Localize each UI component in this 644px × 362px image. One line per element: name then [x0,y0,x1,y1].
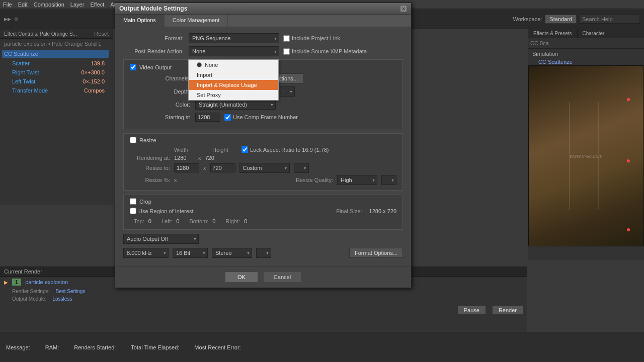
crop-left-value: 0 [176,218,179,224]
crop-right-value: 0 [244,218,247,224]
resize-section: Resize Width Height Lock Aspect Ratio to… [123,133,403,191]
include-source-xmp-checkbox[interactable] [283,48,290,55]
use-comp-frame-checkbox[interactable] [224,114,231,121]
crop-bottom-value: 0 [212,218,215,224]
renders-started-label: Renders Started: [74,344,116,350]
tab-character[interactable]: Character [578,29,610,38]
format-control: PNG Sequence Include Project Link [189,33,403,43]
render-btn[interactable]: Render [492,306,523,315]
audio-bit-depth-select[interactable]: 16 Bit [173,248,208,258]
resize-to-label: Resize to: [130,165,170,171]
final-size-label: Final Size: [336,208,362,214]
dialog-title-bar: Output Module Settings ✕ [115,3,411,15]
post-render-row: Post-Render Action: None Include Source … [123,46,403,56]
tab-color-management[interactable]: Color Management [165,15,228,27]
menu-edit[interactable]: Edit [18,2,28,8]
use-comp-frame-label[interactable]: Use Comp Frame Number [224,114,298,121]
include-project-link-label[interactable]: Include Project Link [283,35,340,42]
height-header: Height [212,147,237,153]
resize-x-sep: x [203,165,206,171]
audio-channels-wrapper: Stereo [212,248,252,258]
ram-label: RAM: [45,344,59,350]
crop-label: Crop [139,199,151,205]
menu-file[interactable]: File [3,2,12,8]
rendering-x-sep: x [198,155,201,161]
tab-main-options[interactable]: Main Options [115,15,165,27]
lock-aspect-label[interactable]: Lock Aspect Ratio to 16:9 (1.78) [242,146,329,153]
render-settings-value[interactable]: Best Settings [56,289,86,294]
dialog-footer: OK Cancel [115,266,411,288]
crop-left: Left: 0 [162,218,180,224]
lock-aspect-checkbox[interactable] [242,146,248,153]
crop-top: Top: 0 [134,218,151,224]
audio-channels-select[interactable]: Stereo [212,248,252,258]
color-select[interactable]: Straight (Unmatted) [195,100,276,110]
recent-error-label: Most Recent Error: [194,344,240,350]
workspace-value[interactable]: Standard [545,15,577,24]
crop-options-row: Use Region of Interest Final Size: 1280 … [130,208,396,214]
dropdown-item-import[interactable]: Import [189,70,278,80]
menu-effect[interactable]: Effect [90,2,104,8]
tab-effects-presets[interactable]: Effects & Presets [528,29,578,38]
crop-top-value: 0 [148,218,151,224]
resize-custom-select-wrapper: Custom [239,163,290,173]
dialog-title: Output Module Settings [119,5,187,12]
depth-label: Depth: [130,88,195,95]
resize-custom2-select[interactable]: ▼ [294,163,309,173]
current-render-header: Current Render [4,268,42,275]
use-region-checkbox[interactable] [130,208,136,214]
ep-cc-scatterize[interactable]: CC Scatterize [530,58,642,66]
cancel-button[interactable]: Cancel [263,272,301,283]
audio-sample-rate-select[interactable]: 8.000 kHz [123,248,169,258]
resize-quality-select[interactable]: High [337,175,377,185]
channels-label: Channels: [130,75,195,81]
render-item-name: particle explosion [25,279,68,285]
audio-output-select[interactable]: Audio Output Off [123,234,199,244]
output-module-label: Output Module: [12,296,46,302]
dropdown-item-none[interactable]: None [189,60,278,70]
dialog-tabs: Main Options Color Management [115,15,411,27]
effect-transfer-mode: Transfer Mode Compos [2,86,109,95]
effect-scatter: Scatter 139.8 [2,59,109,68]
depth-extra-select-wrapper: + [280,86,295,97]
resize-custom-select[interactable]: Custom [239,163,290,173]
audio-settings-row: 8.000 kHz 16 Bit Stereo Format Options..… [123,246,403,260]
audio-stereo-select[interactable] [256,248,271,258]
starting-hash-row: Starting #: Use Comp Frame Number [130,113,396,122]
audio-output-select-wrapper: Audio Output Off [123,234,199,244]
pause-btn[interactable]: Pause [457,306,486,315]
crop-checkbox[interactable] [130,198,136,205]
starting-hash-input[interactable] [195,113,220,122]
video-output-checkbox[interactable] [130,64,136,70]
color-select-wrapper: Straight (Unmatted) [195,100,276,110]
output-module-value[interactable]: Lossless [52,296,72,302]
crop-left-label: Left: [162,218,172,224]
resize-pct-x: x [174,177,199,183]
simulation-label: Simulation [532,51,558,57]
search-help-input[interactable]: Search Help [580,15,640,24]
effect-right-twist: Right Twist 0×+300.0 [2,68,109,77]
total-time-label: Total Time Elapsed: [131,344,179,350]
menu-composition[interactable]: Composition [34,2,64,8]
use-region-label[interactable]: Use Region of Interest [130,208,193,214]
menu-layer[interactable]: Layer [70,2,85,8]
resize-height-input[interactable] [210,163,235,172]
dropdown-item-set-proxy[interactable]: Set Proxy [189,90,278,100]
include-project-link-checkbox[interactable] [283,35,290,42]
audio-format-options-button[interactable]: Format Options... [349,248,403,258]
close-button[interactable]: ✕ [400,5,407,12]
resize-label: Resize [139,137,156,143]
ok-button[interactable]: OK [225,272,258,283]
resize-quality2-select[interactable]: ▼ [381,175,396,185]
resize-width-input[interactable] [174,163,199,172]
left-panel: Effect Controls: Pale Orange S... Reset … [0,29,113,205]
depth-extra-select[interactable]: + [280,86,295,97]
format-select[interactable]: PNG Sequence [189,33,279,43]
reset-btn[interactable]: Reset [94,31,109,37]
workspace-label: Workspace: [513,16,542,22]
include-source-xmp-label[interactable]: Include Source XMP Metadata [283,48,367,55]
resize-custom2-select-wrapper: ▼ [294,163,309,173]
post-render-select[interactable]: None [189,46,279,56]
resize-checkbox[interactable] [130,137,136,143]
dropdown-item-import-replace[interactable]: Import & Replace Usage [189,80,278,90]
